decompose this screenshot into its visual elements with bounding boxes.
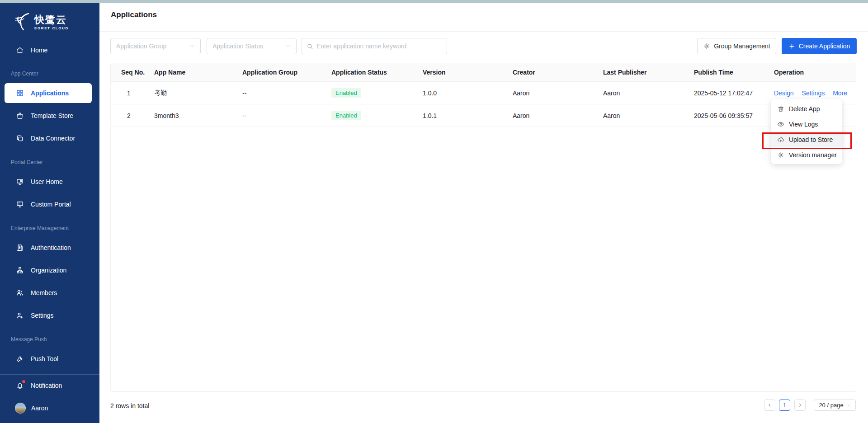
design-link[interactable]: Design — [774, 89, 794, 97]
page-title: Applications — [111, 10, 157, 19]
cell-app-name: 3month3 — [147, 112, 235, 119]
column-header-operation: Operation — [767, 69, 857, 76]
status-badge: Enabled — [331, 88, 361, 98]
sidebar-item-custom-portal[interactable]: Custom Portal — [0, 195, 99, 213]
monitor-edit-icon — [16, 200, 24, 208]
sidebar-section-app-center: App Center — [11, 70, 38, 77]
users-icon — [16, 289, 24, 297]
cell-status: Enabled — [324, 111, 415, 120]
group-management-button[interactable]: Group Management — [697, 38, 776, 54]
sidebar-item-home[interactable]: Home — [0, 41, 99, 59]
search-input[interactable] — [316, 42, 442, 50]
settings-link[interactable]: Settings — [802, 89, 825, 97]
gear-icon — [703, 42, 710, 50]
menu-item-version-manager[interactable]: Version manager — [771, 147, 842, 163]
sidebar-section-portal-center: Portal Center — [11, 159, 43, 165]
applications-grid-icon — [16, 89, 24, 97]
brand-logo: 快鹭云 EGRET CLOUD — [15, 12, 69, 33]
application-group-select[interactable]: Application Group — [110, 38, 201, 54]
sidebar-item-label: Notification — [31, 382, 62, 389]
brand-title: 快鹭云 — [34, 15, 69, 25]
sidebar-item-push-tool[interactable]: Push Tool — [0, 350, 99, 368]
search-icon — [307, 43, 313, 50]
button-label: Create Application — [799, 42, 850, 50]
sidebar-section-enterprise-management: Enterprise Management — [11, 225, 69, 231]
page-size-select[interactable]: 20 / page — [814, 400, 856, 411]
eye-icon — [777, 121, 784, 128]
sidebar-item-notification[interactable]: Notification — [0, 376, 99, 395]
sidebar-item-label: Custom Portal — [31, 201, 71, 208]
menu-item-upload-to-store[interactable]: Upload to Store — [771, 132, 842, 147]
sidebar-item-user-profile[interactable]: Aaron — [0, 399, 99, 417]
cell-publish-time: 2025-05-12 17:02:47 — [687, 89, 767, 97]
select-placeholder: Application Group — [116, 42, 186, 50]
pagination-prev-button[interactable] — [764, 400, 775, 411]
cell-version: 1.0.0 — [415, 89, 505, 97]
sidebar-item-label: Data Connector — [31, 135, 75, 142]
menu-item-label: View Logs — [789, 121, 818, 128]
menu-item-label: Delete App — [789, 105, 820, 113]
total-rows-label: 2 rows in total — [110, 402, 149, 409]
window-top-strip — [0, 0, 868, 3]
application-window: 快鹭云 EGRET CLOUD Home App Center Applicat… — [0, 0, 868, 423]
button-label: Group Management — [714, 42, 770, 50]
page-number: 1 — [783, 402, 786, 409]
cell-creator: Aaron — [505, 89, 596, 97]
cell-status: Enabled — [324, 88, 415, 98]
sidebar-item-settings[interactable]: Settings — [0, 306, 99, 324]
table-row: 1 考勤 -- Enabled 1.0.0 Aaron Aaron 2025-0… — [111, 82, 856, 104]
chevron-left-icon — [767, 401, 772, 409]
search-box — [302, 38, 447, 54]
column-header-last-publisher: Last Publisher — [596, 69, 687, 76]
sidebar-item-template-store[interactable]: Template Store — [0, 107, 99, 125]
chevron-down-icon — [189, 43, 195, 49]
chevron-right-icon — [797, 401, 802, 409]
sidebar-item-user-home[interactable]: User Home — [0, 173, 99, 191]
sidebar-item-label: User Home — [31, 178, 63, 185]
user-name-label: Aaron — [31, 404, 48, 412]
create-application-button[interactable]: Create Application — [782, 38, 857, 54]
column-header-status: Application Status — [324, 69, 415, 76]
cell-last-publisher: Aaron — [596, 112, 687, 119]
home-icon — [16, 46, 24, 54]
pagination-next-button[interactable] — [794, 400, 806, 411]
column-header-publish-time: Publish Time — [687, 69, 767, 76]
sidebar-item-label: Home — [31, 47, 47, 54]
org-chart-icon — [16, 266, 24, 274]
column-header-seq: Seq No. — [111, 69, 147, 76]
notification-bell-icon — [16, 381, 24, 390]
sidebar-item-authentication[interactable]: Authentication — [0, 239, 99, 257]
cloud-upload-icon — [777, 136, 784, 143]
store-bag-icon — [16, 112, 24, 120]
sidebar-item-organization[interactable]: Organization — [0, 261, 99, 279]
column-header-version: Version — [415, 69, 505, 76]
sidebar: 快鹭云 EGRET CLOUD Home App Center Applicat… — [0, 0, 99, 423]
pagination-page-1[interactable]: 1 — [779, 400, 790, 411]
applications-table: Seq No. App Name Application Group Appli… — [110, 63, 856, 392]
sidebar-item-data-connector[interactable]: Data Connector — [0, 129, 99, 147]
sidebar-item-applications[interactable]: Applications — [5, 83, 92, 103]
sidebar-item-label: Push Tool — [31, 355, 58, 362]
plus-icon — [788, 43, 795, 50]
building-icon — [16, 244, 24, 252]
cell-publish-time: 2025-05-06 09:35:57 — [687, 112, 767, 119]
sidebar-item-label: Template Store — [31, 112, 73, 119]
more-link[interactable]: More — [833, 89, 847, 97]
cell-version: 1.0.1 — [415, 112, 505, 119]
sidebar-item-label: Settings — [31, 312, 54, 319]
menu-item-delete-app[interactable]: Delete App — [771, 101, 842, 117]
cell-seq: 2 — [111, 112, 147, 119]
column-header-app-name: App Name — [147, 69, 235, 76]
trash-icon — [777, 105, 784, 113]
user-avatar — [15, 403, 26, 414]
application-status-select[interactable]: Application Status — [207, 38, 297, 54]
sidebar-item-members[interactable]: Members — [0, 284, 99, 302]
menu-item-view-logs[interactable]: View Logs — [771, 117, 842, 132]
page-size-value: 20 / page — [819, 402, 843, 409]
menu-item-label: Upload to Store — [789, 136, 833, 143]
cell-operation: Design Settings More — [767, 89, 857, 97]
menu-item-label: Version manager — [789, 151, 837, 159]
column-header-group: Application Group — [235, 69, 324, 76]
chevron-down-icon — [846, 403, 851, 408]
notification-badge-dot — [22, 380, 25, 383]
